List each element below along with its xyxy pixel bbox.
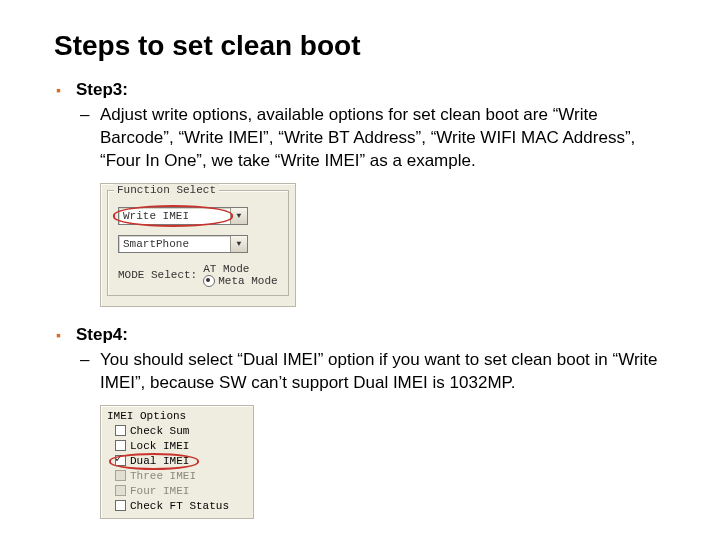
- imei-option-row: Four IMEI: [107, 484, 247, 499]
- step3-label: Step3:: [76, 80, 128, 99]
- imei-option-label: Four IMEI: [130, 485, 189, 497]
- device-type-combo[interactable]: SmartPhone ▼: [118, 235, 248, 253]
- step-4: Step4: You should select “Dual IMEI” opt…: [54, 325, 666, 519]
- write-option-value: Write IMEI: [123, 210, 189, 222]
- step-3: Step3: Adjust write options, available o…: [54, 80, 666, 315]
- checkbox-icon[interactable]: [115, 425, 126, 436]
- step4-label: Step4:: [76, 325, 128, 344]
- step3-desc: Adjust write options, available options …: [76, 104, 666, 173]
- function-select-legend: Function Select: [114, 184, 219, 196]
- imei-option-label: Check Sum: [130, 425, 189, 437]
- at-mode-label: AT Mode: [203, 263, 249, 275]
- page-title: Steps to set clean boot: [54, 30, 666, 62]
- imei-option-row: Lock IMEI: [107, 439, 247, 454]
- step4-desc: You should select “Dual IMEI” option if …: [76, 349, 666, 395]
- imei-option-label: Dual IMEI: [130, 455, 189, 467]
- meta-mode-radio[interactable]: [203, 275, 215, 287]
- imei-option-row: Check FT Status: [107, 499, 247, 514]
- device-type-value: SmartPhone: [123, 238, 189, 250]
- checkbox-icon[interactable]: [115, 440, 126, 451]
- checkbox-icon[interactable]: [115, 455, 126, 466]
- checkbox-icon: [115, 470, 126, 481]
- imei-option-label: Lock IMEI: [130, 440, 189, 452]
- imei-option-label: Check FT Status: [130, 500, 229, 512]
- mode-select-row: MODE Select: AT Mode Meta Mode: [118, 263, 278, 287]
- imei-option-row: Check Sum: [107, 424, 247, 439]
- imei-option-row: Dual IMEI: [107, 454, 247, 469]
- imei-options-panel: IMEI Options Check SumLock IMEIDual IMEI…: [100, 405, 254, 519]
- checkbox-icon[interactable]: [115, 500, 126, 511]
- imei-options-title: IMEI Options: [107, 410, 247, 422]
- write-option-combo[interactable]: Write IMEI ▼: [118, 207, 248, 225]
- imei-option-label: Three IMEI: [130, 470, 196, 482]
- imei-option-row: Three IMEI: [107, 469, 247, 484]
- function-select-fieldset: Function Select Write IMEI ▼ SmartPhone …: [107, 190, 289, 296]
- chevron-down-icon[interactable]: ▼: [230, 208, 247, 224]
- checkbox-icon: [115, 485, 126, 496]
- chevron-down-icon[interactable]: ▼: [230, 236, 247, 252]
- meta-mode-label: Meta Mode: [218, 275, 277, 287]
- mode-select-label: MODE Select:: [118, 269, 197, 281]
- function-select-panel: Function Select Write IMEI ▼ SmartPhone …: [100, 183, 296, 307]
